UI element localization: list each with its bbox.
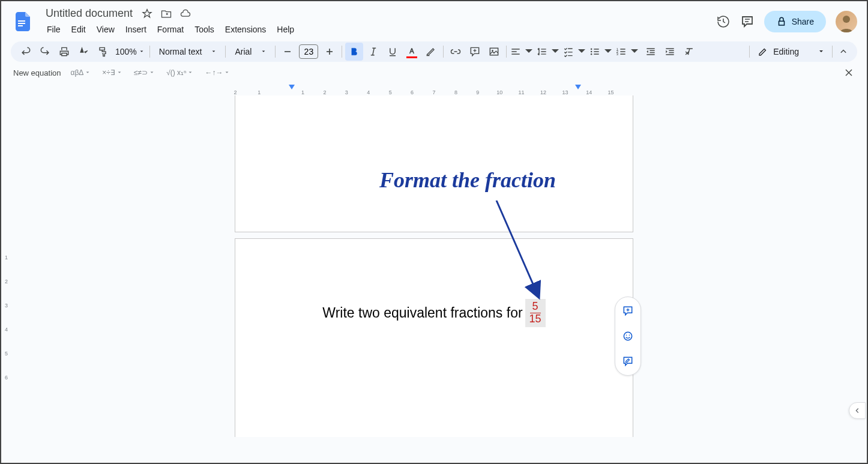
separator [275, 46, 276, 58]
share-label: Share [792, 17, 814, 26]
text-content: Write two equivalent fractions for [322, 305, 522, 321]
highlight-button[interactable] [422, 43, 440, 61]
bold-button[interactable] [345, 43, 363, 61]
title-area: Untitled document File Edit View Insert … [42, 6, 709, 37]
fontsize-input[interactable] [299, 44, 318, 59]
style-value: Normal text [159, 47, 202, 56]
document-title[interactable]: Untitled document [42, 6, 136, 21]
separator [749, 46, 750, 58]
font-value: Arial [235, 47, 252, 56]
dropdown-icon [818, 49, 824, 55]
text-color-button[interactable] [403, 43, 421, 61]
numbered-dropdown[interactable]: 123 [615, 43, 640, 61]
new-equation-button[interactable]: New equation [13, 68, 61, 77]
linespacing-dropdown[interactable] [536, 43, 561, 61]
docs-icon [12, 11, 34, 32]
svg-point-19 [591, 49, 592, 50]
menu-bar: File Edit View Insert Format Tools Exten… [42, 22, 709, 37]
print-button[interactable] [55, 43, 73, 61]
title-row: Untitled document [42, 6, 709, 21]
separator [225, 46, 226, 58]
annotation-arrow [493, 200, 565, 321]
pages: Write two equivalent fractions for 5 15 [235, 95, 633, 437]
annotation-text: Format the fraction [379, 167, 556, 193]
align-dropdown[interactable] [510, 43, 535, 61]
svg-point-21 [591, 51, 592, 53]
comment-button[interactable] [466, 43, 484, 61]
page-2[interactable]: Write two equivalent fractions for 5 15 [235, 238, 633, 437]
math-dropdown[interactable]: √() x₁ⁿ [164, 68, 195, 77]
comments-icon[interactable] [740, 14, 755, 29]
menu-view[interactable]: View [92, 22, 119, 37]
paint-format-button[interactable] [94, 43, 112, 61]
side-tools [615, 297, 641, 376]
menu-insert[interactable]: Insert [121, 22, 151, 37]
clear-format-button[interactable] [680, 43, 698, 61]
page-1[interactable] [235, 95, 633, 232]
separator [506, 46, 507, 58]
add-comment-button[interactable] [618, 301, 638, 321]
star-icon[interactable] [141, 8, 153, 20]
svg-rect-0 [18, 20, 25, 22]
share-button[interactable]: Share [764, 11, 826, 32]
svg-point-23 [591, 53, 592, 55]
header-right: Share [716, 11, 857, 32]
svg-line-11 [373, 48, 375, 55]
separator [342, 46, 342, 58]
svg-point-45 [629, 335, 630, 336]
style-dropdown[interactable]: Normal text [153, 47, 223, 56]
separator [832, 46, 833, 58]
mode-dropdown[interactable]: Editing [753, 46, 829, 57]
font-dropdown[interactable]: Arial [229, 47, 272, 56]
mode-label: Editing [773, 47, 799, 56]
relations-dropdown[interactable]: ≤≠⊃ [131, 68, 157, 77]
suggest-edits-button[interactable] [618, 351, 638, 372]
title-icons [141, 8, 191, 20]
equation-toolbar: New equation αβΔ ×÷∃ ≤≠⊃ √() x₁ⁿ ←↑→ [1, 62, 867, 83]
add-emoji-button[interactable] [618, 326, 638, 346]
dropdown-icon [211, 49, 216, 54]
image-button[interactable] [485, 43, 503, 61]
svg-point-43 [624, 332, 631, 340]
menu-file[interactable]: File [42, 22, 65, 37]
operators-dropdown[interactable]: ×÷∃ [100, 68, 124, 77]
indent-button[interactable] [661, 43, 679, 61]
svg-point-5 [843, 16, 850, 23]
italic-button[interactable] [364, 43, 382, 61]
vertical-ruler[interactable]: 1 2 3 4 5 6 [2, 95, 13, 437]
arrows-dropdown[interactable]: ←↑→ [202, 68, 232, 77]
history-icon[interactable] [716, 14, 731, 29]
close-equation-icon[interactable] [843, 67, 855, 79]
menu-tools[interactable]: Tools [190, 22, 219, 37]
zoom-dropdown[interactable]: 100% [113, 47, 146, 56]
move-icon[interactable] [160, 8, 172, 20]
link-button[interactable] [447, 43, 465, 61]
pencil-icon [758, 46, 768, 57]
separator [149, 46, 150, 58]
menu-edit[interactable]: Edit [67, 22, 91, 37]
outdent-button[interactable] [642, 43, 660, 61]
greek-dropdown[interactable]: αβΔ [68, 68, 93, 77]
dropdown-icon [139, 49, 144, 54]
user-avatar[interactable] [836, 11, 857, 32]
underline-button[interactable] [384, 43, 402, 61]
fontsize-decrease[interactable] [279, 43, 297, 61]
cloud-icon[interactable] [179, 8, 191, 20]
menu-extensions[interactable]: Extensions [220, 22, 271, 37]
collapse-toolbar-button[interactable] [836, 43, 851, 61]
header: Untitled document File Edit View Insert … [1, 1, 867, 41]
spellcheck-button[interactable] [74, 43, 92, 61]
fontsize-increase[interactable] [321, 43, 339, 61]
menu-format[interactable]: Format [152, 22, 188, 37]
docs-logo[interactable] [11, 10, 35, 34]
redo-button[interactable] [36, 43, 54, 61]
side-panel-toggle[interactable] [849, 402, 866, 419]
svg-rect-2 [18, 25, 23, 26]
menu-help[interactable]: Help [272, 22, 299, 37]
checklist-dropdown[interactable] [562, 43, 588, 61]
undo-button[interactable] [17, 43, 35, 61]
bullets-dropdown[interactable] [589, 43, 614, 61]
horizontal-ruler[interactable]: 2 1 1 2 3 4 5 6 7 8 9 10 11 12 13 14 15 [1, 83, 867, 95]
svg-rect-1 [18, 23, 25, 24]
zoom-value: 100% [115, 47, 137, 56]
